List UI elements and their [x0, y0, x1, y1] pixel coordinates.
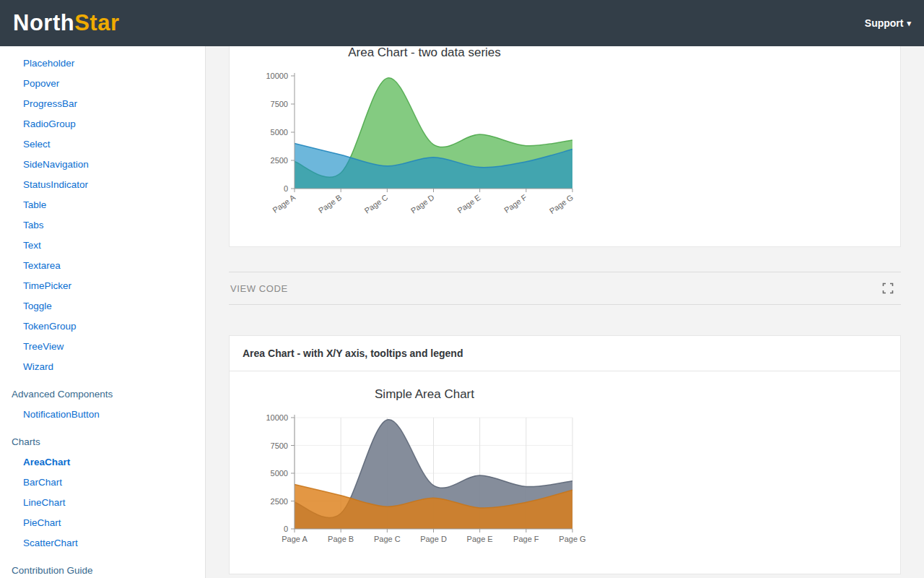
support-label: Support	[865, 17, 904, 29]
sidebar-item-piechart[interactable]: PieChart	[0, 513, 205, 533]
sidebar-item-barchart[interactable]: BarChart	[0, 473, 205, 493]
sidebar-item-tabs[interactable]: Tabs	[0, 215, 205, 236]
sidebar-item-tokengroup[interactable]: TokenGroup	[0, 316, 205, 337]
svg-text:Page E: Page E	[467, 535, 493, 543]
sidebar-section-contribution-guide[interactable]: Contribution Guide	[0, 561, 205, 578]
svg-text:Page B: Page B	[328, 535, 354, 543]
sidebar-item-textarea[interactable]: Textarea	[0, 256, 205, 276]
svg-text:10000: 10000	[266, 413, 288, 422]
sample-card-area-two-series: Area Chart - two data series 02500500075…	[229, 27, 901, 247]
sidebar-section-advanced-components[interactable]: Advanced Components	[0, 384, 205, 405]
support-menu[interactable]: Support ▾	[865, 17, 911, 29]
svg-text:7500: 7500	[271, 441, 288, 450]
chart-title-1: Area Chart - two data series	[244, 46, 605, 60]
svg-text:0: 0	[284, 184, 288, 193]
brand-primary: North	[13, 10, 74, 35]
sidebar-item-timepicker[interactable]: TimePicker	[0, 276, 205, 296]
svg-text:Page F: Page F	[513, 535, 539, 543]
top-navbar: NorthStar Support ▾	[0, 0, 924, 46]
svg-text:Page B: Page B	[317, 193, 343, 215]
svg-text:5000: 5000	[271, 469, 288, 478]
svg-text:0: 0	[284, 525, 288, 533]
sidebar-item-placeholder[interactable]: Placeholder	[0, 53, 205, 74]
sample-card-area-axis-legend: Area Chart - with X/Y axis, tooltips and…	[229, 335, 901, 574]
view-code-bar: VIEW CODE	[229, 272, 901, 305]
sidebar-item-scatterchart[interactable]: ScatterChart	[0, 533, 205, 553]
svg-text:Page C: Page C	[363, 193, 390, 215]
sidebar-section-charts[interactable]: Charts	[0, 432, 205, 452]
svg-text:Page A: Page A	[282, 535, 308, 543]
sidebar-item-wizard[interactable]: Wizard	[0, 357, 205, 377]
svg-text:Page G: Page G	[559, 535, 585, 543]
svg-text:Page D: Page D	[409, 193, 436, 215]
sidebar-item-toggle[interactable]: Toggle	[0, 296, 205, 316]
svg-text:Page G: Page G	[548, 193, 575, 215]
sidebar-item-treeview[interactable]: TreeView	[0, 337, 205, 357]
chevron-down-icon: ▾	[907, 20, 911, 27]
svg-text:Page C: Page C	[374, 535, 401, 543]
sidebar-item-statusindicator[interactable]: StatusIndicator	[0, 175, 205, 195]
sidebar-item-sidenavigation[interactable]: SideNavigation	[0, 155, 205, 175]
svg-text:5000: 5000	[271, 128, 288, 137]
view-code-toggle[interactable]: VIEW CODE	[230, 283, 288, 294]
main-content: Area Chart - two data series 02500500075…	[206, 0, 924, 574]
sidebar-item-notificationbutton[interactable]: NotificationButton	[0, 405, 205, 425]
sidebar-nav: PlaceholderPopoverProgressBarRadioGroupS…	[0, 46, 206, 578]
sample-card-body: Simple Area Chart 025005000750010000Page…	[230, 371, 900, 574]
chart-block-1: Area Chart - two data series 02500500075…	[244, 46, 605, 232]
sidebar-item-popover[interactable]: Popover	[0, 74, 205, 94]
chart-block-2: Simple Area Chart 025005000750010000Page…	[244, 387, 605, 559]
simple-area-chart[interactable]: 025005000750010000Page APage BPage CPage…	[244, 406, 605, 559]
brand-logo[interactable]: NorthStar	[13, 10, 119, 36]
svg-text:2500: 2500	[271, 497, 288, 506]
sample-card-header: Area Chart - with X/Y axis, tooltips and…	[230, 336, 900, 371]
area-chart-two-series[interactable]: 025005000750010000Page APage BPage CPage…	[244, 64, 605, 232]
sidebar-item-table[interactable]: Table	[0, 195, 205, 215]
sidebar-item-areachart[interactable]: AreaChart	[0, 452, 205, 473]
svg-text:10000: 10000	[266, 72, 288, 80]
svg-text:2500: 2500	[271, 156, 288, 165]
sidebar-item-radiogroup[interactable]: RadioGroup	[0, 114, 205, 134]
svg-text:Page F: Page F	[502, 193, 528, 215]
svg-text:7500: 7500	[271, 100, 288, 108]
svg-text:Page D: Page D	[420, 535, 447, 543]
sidebar-item-linechart[interactable]: LineChart	[0, 493, 205, 513]
svg-text:Page A: Page A	[271, 192, 297, 215]
fullscreen-icon[interactable]	[882, 282, 894, 294]
sidebar-item-text[interactable]: Text	[0, 236, 205, 256]
svg-text:Page E: Page E	[456, 193, 481, 215]
brand-accent: Star	[74, 10, 119, 35]
sidebar-item-progressbar[interactable]: ProgressBar	[0, 94, 205, 114]
chart-title-2: Simple Area Chart	[244, 387, 605, 402]
sidebar-item-select[interactable]: Select	[0, 134, 205, 155]
